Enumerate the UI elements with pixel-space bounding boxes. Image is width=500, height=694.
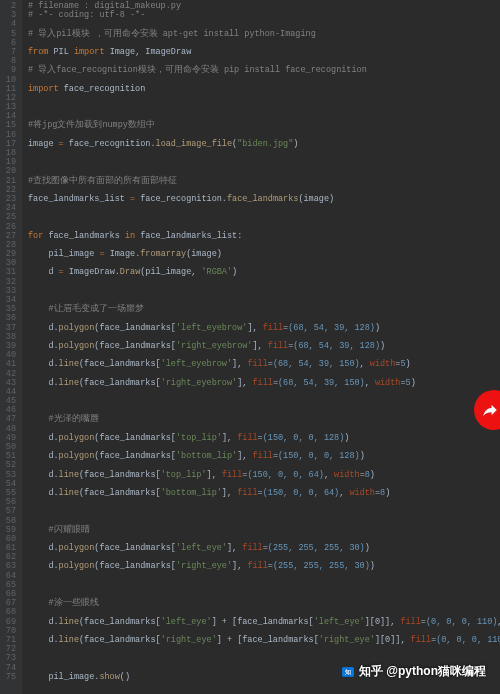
code-line[interactable]	[28, 507, 500, 516]
code-line[interactable]	[28, 572, 500, 581]
watermark: 知 知乎 @python猫咪编程	[341, 663, 486, 680]
code-line[interactable]: d = ImageDraw.Draw(pil_image, 'RGBA')	[28, 268, 500, 277]
code-line[interactable]	[28, 158, 500, 167]
code-line[interactable]: d.polygon(face_landmarks['left_eyebrow']…	[28, 324, 500, 333]
code-line[interactable]	[28, 204, 500, 213]
code-line[interactable]: d.polygon(face_landmarks['right_eyebrow'…	[28, 342, 500, 351]
code-line[interactable]	[28, 278, 500, 287]
code-line[interactable]	[28, 388, 500, 397]
code-line[interactable]: #光泽的嘴唇	[28, 415, 500, 424]
line-number-gutter: 2345678910111213141516171819202122232425…	[0, 0, 22, 694]
code-line[interactable]: d.line(face_landmarks['left_eye'] + [fac…	[28, 618, 500, 627]
code-line[interactable]	[28, 149, 500, 158]
code-line[interactable]	[28, 397, 500, 406]
code-editor-content[interactable]: # filename : digital_makeup.py# -*- codi…	[22, 0, 500, 694]
code-line[interactable]: #将jpg文件加载到numpy数组中	[28, 121, 500, 130]
zhihu-icon: 知	[341, 665, 355, 679]
svg-text:知: 知	[344, 669, 351, 675]
code-line[interactable]	[28, 287, 500, 296]
code-line[interactable]: d.polygon(face_landmarks['right_eye'], f…	[28, 562, 500, 571]
share-icon	[481, 401, 499, 419]
code-line[interactable]	[28, 498, 500, 507]
code-line[interactable]: # 导入pil模块 ，可用命令安装 apt-get install python…	[28, 30, 500, 39]
code-line[interactable]: face_landmarks_list = face_recognition.f…	[28, 195, 500, 204]
code-line[interactable]: d.line(face_landmarks['top_lip'], fill=(…	[28, 471, 500, 480]
code-line[interactable]: import face_recognition	[28, 85, 500, 94]
code-line[interactable]: d.line(face_landmarks['left_eyebrow'], f…	[28, 360, 500, 369]
code-line[interactable]: # 导入face_recognition模块，可用命令安装 pip instal…	[28, 66, 500, 75]
code-line[interactable]: d.polygon(face_landmarks['left_eye'], fi…	[28, 544, 500, 553]
code-line[interactable]: from PIL import Image, ImageDraw	[28, 48, 500, 57]
code-line[interactable]: # -*- coding: utf-8 -*-	[28, 11, 500, 20]
watermark-text: 知乎 @python猫咪编程	[359, 663, 486, 680]
code-line[interactable]: #闪耀眼睛	[28, 526, 500, 535]
code-line[interactable]: d.polygon(face_landmarks['top_lip'], fil…	[28, 434, 500, 443]
code-line[interactable]: d.line(face_landmarks['right_eye'] + [fa…	[28, 636, 500, 645]
code-line[interactable]	[28, 581, 500, 590]
code-line[interactable]	[28, 103, 500, 112]
code-line[interactable]	[28, 645, 500, 654]
code-line[interactable]: for face_landmarks in face_landmarks_lis…	[28, 232, 500, 241]
code-line[interactable]: image = face_recognition.load_image_file…	[28, 140, 500, 149]
code-line[interactable]	[28, 94, 500, 103]
code-line[interactable]	[28, 213, 500, 222]
code-line[interactable]: pil_image = Image.fromarray(image)	[28, 250, 500, 259]
code-line[interactable]	[28, 517, 500, 526]
code-line[interactable]: #让眉毛变成了一场噩梦	[28, 305, 500, 314]
code-line[interactable]: d.line(face_landmarks['bottom_lip'], fil…	[28, 489, 500, 498]
code-line[interactable]: d.polygon(face_landmarks['bottom_lip'], …	[28, 452, 500, 461]
code-line[interactable]: #查找图像中所有面部的所有面部特征	[28, 177, 500, 186]
line-number: 75	[0, 673, 16, 682]
code-line[interactable]: #涂一些眼线	[28, 599, 500, 608]
code-line[interactable]: d.line(face_landmarks['right_eyebrow'], …	[28, 379, 500, 388]
